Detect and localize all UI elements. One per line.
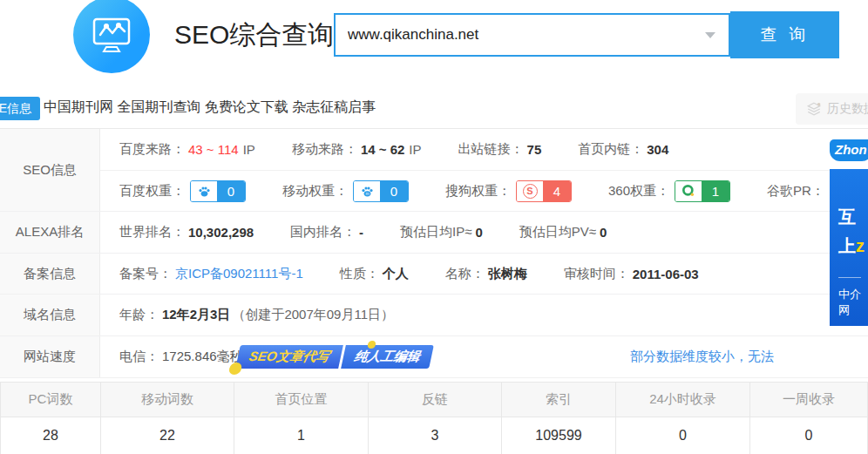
- icp-number-link[interactable]: 京ICP备09021111号-1: [175, 266, 303, 282]
- telecom-speed: 电信： 1725.846毫秒: [119, 349, 243, 365]
- banner-logo: Zhon: [830, 131, 868, 169]
- seo-weight-subrow: 百度权重： 0 移动权重：: [100, 170, 868, 211]
- 360-icon: [675, 181, 702, 201]
- baidu-weight: 百度权重： 0: [119, 180, 246, 202]
- site-logo: [73, 0, 150, 73]
- row-label-domain: 域名信息: [0, 295, 100, 335]
- weight-360-badge[interactable]: 1: [675, 180, 730, 202]
- monitor-chart-icon: [89, 14, 134, 56]
- search-box: 查 询: [334, 11, 839, 60]
- data-note-text: 部分数据维度较小，无法: [630, 349, 774, 365]
- icp-number: 备案号： 京ICP备09021111号-1: [119, 266, 303, 282]
- mobile-visits: 移动来路： 14 ~ 62 IP: [292, 141, 422, 158]
- baidu-paw-icon: [191, 181, 217, 201]
- row-label-speed: 网站速度: [0, 336, 100, 377]
- stats-col-backlinks: 反链 3: [369, 383, 502, 454]
- url-input[interactable]: [334, 13, 730, 57]
- banner-divider: [838, 277, 861, 278]
- banner-footer: 中介网: [838, 287, 868, 318]
- est-daily-pv: 预估日均PV≈ 0: [519, 224, 607, 241]
- history-data-button[interactable]: 历史数据: [796, 93, 868, 125]
- outbound-links: 出站链接： 75: [458, 141, 542, 158]
- banner-body: 互 上z 中介网: [830, 169, 868, 326]
- ad-right-label: 纯人工编辑: [341, 345, 434, 369]
- layers-icon: [806, 101, 822, 117]
- icp-audit-time: 审核时间： 2011-06-03: [564, 266, 699, 282]
- ad-seo-writing-badge[interactable]: SEO文章代写 纯人工编辑: [235, 345, 433, 369]
- stats-col-mobile-words: 移动词数 22: [101, 383, 234, 454]
- side-ad-banner[interactable]: Zhon 互 上z 中介网: [830, 131, 868, 329]
- row-icp: 备案信息 备案号： 京ICP备09021111号-1 性质： 个人 名称： 张树…: [0, 254, 868, 295]
- svg-text:m: m: [365, 191, 369, 196]
- row-seo-info: SEO信息 百度来路： 43 ~ 114 IP 移动来路： 14 ~ 62 IP…: [0, 129, 868, 212]
- seo-info-table: SEO信息 百度来路： 43 ~ 114 IP 移动来路： 14 ~ 62 IP…: [0, 128, 868, 378]
- weight-360: 360权重： 1: [608, 180, 730, 202]
- dropdown-arrow-icon[interactable]: [705, 32, 715, 38]
- mobile-weight: 移动权重： m 0: [282, 180, 409, 202]
- row-domain: 域名信息 年龄： 12年2月3日 （创建于2007年09月11日）: [0, 295, 868, 336]
- icp-name: 名称： 张树梅: [445, 266, 527, 282]
- shield-logo-icon: Zhon: [830, 139, 868, 161]
- est-daily-ip: 预估日均IP≈ 0: [400, 224, 483, 241]
- homepage-inner-links: 首页内链： 304: [578, 141, 668, 158]
- baidu-weight-badge[interactable]: 0: [190, 180, 246, 202]
- query-button[interactable]: 查 询: [730, 11, 839, 58]
- history-data-label: 历史数据: [827, 101, 868, 117]
- sogou-weight: 搜狗权重： S 4: [445, 180, 572, 202]
- banner-line1: 互: [838, 206, 868, 229]
- baidu-visits: 百度来路： 43 ~ 114 IP: [119, 141, 255, 158]
- stats-col-week-included: 一周收录 0: [750, 383, 867, 454]
- row-label-seo: SEO信息: [0, 129, 100, 211]
- site-title-text: 中国期刊网 全国期刊查询 免费论文下载 杂志征稿启事: [44, 98, 376, 117]
- banner-line2: 上z: [838, 234, 868, 258]
- icp-nature: 性质： 个人: [340, 266, 409, 282]
- row-alexa: ALEXA排名 世界排名： 10,302,298 国内排名： - 预估日均IP≈…: [0, 212, 868, 254]
- page-title: SEO综合查询: [174, 0, 334, 70]
- mobile-paw-icon: m: [354, 181, 380, 201]
- mobile-weight-badge[interactable]: m 0: [353, 180, 409, 202]
- row-label-icp: 备案信息: [0, 254, 100, 294]
- ad-left-label: SEO文章代写: [235, 345, 342, 369]
- title-bar: TITLE信息 中国期刊网 全国期刊查询 免费论文下载 杂志征稿启事 历史数据: [0, 91, 868, 127]
- stats-col-24h-included: 24小时收录 0: [616, 383, 750, 454]
- row-speed: 网站速度 电信： 1725.846毫秒 SEO文章代写 纯人工编辑 部分数据维度…: [0, 336, 868, 378]
- title-info-badge: TITLE信息: [0, 97, 40, 120]
- ad-dot-icon: [228, 363, 243, 375]
- sogou-weight-badge[interactable]: S 4: [516, 180, 572, 202]
- keyword-stats-table: PC词数 28 移动词数 22 首页位置 1 反链 3 索引 109599 24…: [0, 382, 868, 454]
- row-label-alexa: ALEXA排名: [0, 212, 100, 253]
- header: SEO综合查询 查 询: [0, 0, 868, 80]
- stats-col-index: 索引 109599: [502, 383, 616, 454]
- stats-col-home-position: 首页位置 1: [234, 383, 369, 454]
- seo-traffic-subrow: 百度来路： 43 ~ 114 IP 移动来路： 14 ~ 62 IP 出站链接：…: [100, 129, 868, 170]
- domestic-rank: 国内排名： -: [290, 224, 363, 241]
- sogou-icon: S: [517, 181, 543, 201]
- world-rank: 世界排名： 10,302,298: [119, 224, 254, 241]
- stats-col-pc-words: PC词数 28: [1, 383, 101, 454]
- domain-age: 年龄： 12年2月3日 （创建于2007年09月11日）: [119, 307, 394, 323]
